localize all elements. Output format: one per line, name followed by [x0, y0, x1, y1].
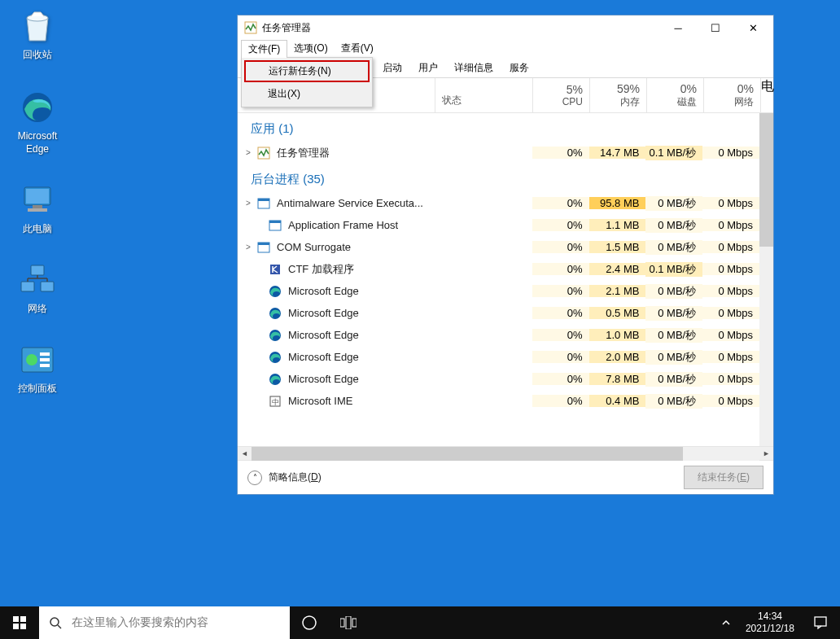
scroll-left-button[interactable]: ◄: [238, 447, 252, 461]
horizontal-scrollbar[interactable]: ◄ ►: [238, 446, 773, 460]
fewer-details-link[interactable]: ˄ 简略信息(D): [247, 470, 322, 485]
svg-rect-7: [21, 282, 34, 291]
chevron-up-icon: ˄: [247, 470, 262, 485]
process-row[interactable]: Microsoft Edge0%7.8 MB0 MB/秒0 Mbps: [238, 368, 759, 390]
disk-value: 0 MB/秒: [645, 328, 702, 343]
scroll-right-button[interactable]: ►: [759, 447, 773, 461]
network-icon: [18, 260, 57, 300]
desktop-icon-label: 网络: [28, 303, 47, 316]
svg-point-14: [26, 354, 37, 365]
desktop-icon-control-panel[interactable]: 控制面板: [7, 340, 68, 396]
svg-rect-4: [33, 205, 42, 208]
tab-services[interactable]: 服务: [501, 58, 537, 77]
col-network[interactable]: 0% 网络: [704, 78, 761, 112]
cortana-button[interactable]: [290, 606, 329, 639]
process-row[interactable]: CTF 加载程序0%2.4 MB0.1 MB/秒0 Mbps: [238, 258, 759, 280]
search-box[interactable]: 在这里输入你要搜索的内容: [39, 606, 290, 639]
process-row[interactable]: Microsoft Edge0%1.0 MB0 MB/秒0 Mbps: [238, 324, 759, 346]
network-value: 0 Mbps: [702, 395, 759, 407]
process-row[interactable]: >COM Surrogate0%1.5 MB0 MB/秒0 Mbps: [238, 236, 759, 258]
task-view-button[interactable]: [329, 606, 368, 639]
action-center-button[interactable]: [801, 606, 840, 639]
edge-icon: [269, 329, 282, 342]
expand-arrow-icon[interactable]: >: [243, 148, 254, 157]
svg-point-38: [50, 618, 59, 626]
system-icon: [269, 219, 282, 232]
svg-point-40: [303, 616, 316, 629]
network-value: 0 Mbps: [702, 197, 759, 209]
process-row[interactable]: >Antimalware Service Executa...0%95.8 MB…: [238, 192, 759, 214]
taskmgr-icon: [257, 147, 270, 160]
svg-rect-42: [346, 616, 351, 629]
desktop-icon-label: 控制面板: [18, 383, 57, 396]
process-name: Microsoft Edge: [288, 351, 359, 363]
close-button[interactable]: ✕: [734, 15, 772, 40]
desktop-icon-recycle-bin[interactable]: 回收站: [7, 7, 68, 62]
scrollbar-thumb[interactable]: [759, 113, 773, 247]
svg-rect-36: [13, 624, 19, 629]
cpu-value: 0%: [532, 285, 589, 297]
col-memory[interactable]: 59% 内存: [590, 78, 647, 112]
clock[interactable]: 14:34 2021/12/18: [739, 611, 801, 635]
footer: ˄ 简略信息(D) 结束任务(E): [238, 460, 773, 494]
memory-value: 1.1 MB: [589, 219, 646, 231]
system-icon: [257, 197, 270, 210]
ime-icon: 中: [269, 395, 282, 408]
cpu-value: 0%: [532, 329, 589, 341]
task-manager-window: 任务管理器 ─ ☐ ✕ 文件(F) 选项(O) 查看(V) 运行新任务(N) 退…: [237, 15, 774, 495]
start-button[interactable]: [0, 606, 39, 639]
menu-file[interactable]: 文件(F): [241, 40, 287, 58]
end-task-button[interactable]: 结束任务(E): [684, 466, 763, 489]
menu-run-new-task[interactable]: 运行新任务(N): [244, 60, 370, 82]
expand-arrow-icon[interactable]: >: [243, 199, 254, 208]
svg-rect-26: [270, 265, 280, 274]
process-name: Microsoft IME: [288, 395, 352, 407]
window-title: 任务管理器: [262, 21, 659, 35]
desktop-icon-this-pc[interactable]: 此电脑: [7, 181, 68, 236]
tab-details[interactable]: 详细信息: [446, 58, 501, 77]
col-status[interactable]: 状态: [435, 78, 533, 112]
process-row[interactable]: Microsoft Edge0%2.0 MB0 MB/秒0 Mbps: [238, 346, 759, 368]
desktop-icon-network[interactable]: 网络: [7, 260, 68, 316]
col-power[interactable]: 电: [761, 78, 772, 112]
disk-value: 0 MB/秒: [645, 284, 702, 299]
recycle-bin-icon: [18, 7, 57, 46]
process-name: Microsoft Edge: [288, 285, 359, 297]
process-row[interactable]: 中Microsoft IME0%0.4 MB0 MB/秒0 Mbps: [238, 390, 759, 412]
process-row[interactable]: Microsoft Edge0%2.1 MB0 MB/秒0 Mbps: [238, 280, 759, 302]
edge-icon: [269, 285, 282, 298]
titlebar[interactable]: 任务管理器 ─ ☐ ✕: [238, 15, 773, 40]
network-value: 0 Mbps: [702, 307, 759, 319]
process-row[interactable]: Microsoft Edge0%0.5 MB0 MB/秒0 Mbps: [238, 302, 759, 324]
disk-value: 0 MB/秒: [645, 196, 702, 211]
network-value: 0 Mbps: [702, 285, 759, 297]
svg-line-39: [58, 625, 61, 628]
col-disk[interactable]: 0% 磁盘: [647, 78, 704, 112]
maximize-button[interactable]: ☐: [697, 15, 734, 40]
minimize-button[interactable]: ─: [659, 15, 697, 40]
memory-value: 2.4 MB: [589, 263, 646, 275]
svg-rect-8: [41, 282, 54, 291]
memory-value: 2.0 MB: [589, 351, 646, 363]
menu-view[interactable]: 查看(V): [335, 40, 380, 58]
hscrollbar-thumb[interactable]: [252, 447, 683, 461]
time-text: 14:34: [758, 611, 782, 623]
process-row[interactable]: Application Frame Host0%1.1 MB0 MB/秒0 Mb…: [238, 214, 759, 236]
tray-overflow[interactable]: [713, 606, 739, 639]
process-name: COM Surrogate: [277, 241, 351, 253]
network-value: 0 Mbps: [702, 219, 759, 231]
cpu-value: 0%: [532, 147, 589, 159]
menu-exit[interactable]: 退出(X): [243, 83, 370, 105]
process-row[interactable]: >任务管理器0%14.7 MB0.1 MB/秒0 Mbps: [238, 142, 759, 164]
col-cpu[interactable]: 5% CPU: [533, 78, 590, 112]
disk-value: 0 MB/秒: [645, 218, 702, 233]
vertical-scrollbar[interactable]: [759, 113, 773, 446]
expand-arrow-icon[interactable]: >: [243, 243, 254, 252]
tab-users[interactable]: 用户: [410, 58, 446, 77]
svg-rect-5: [28, 208, 47, 212]
menu-options[interactable]: 选项(O): [287, 40, 334, 58]
tab-startup[interactable]: 启动: [374, 58, 410, 77]
desktop-icon-edge[interactable]: Microsoft Edge: [7, 88, 68, 155]
disk-value: 0.1 MB/秒: [645, 146, 702, 160]
edge-icon: [269, 351, 282, 364]
